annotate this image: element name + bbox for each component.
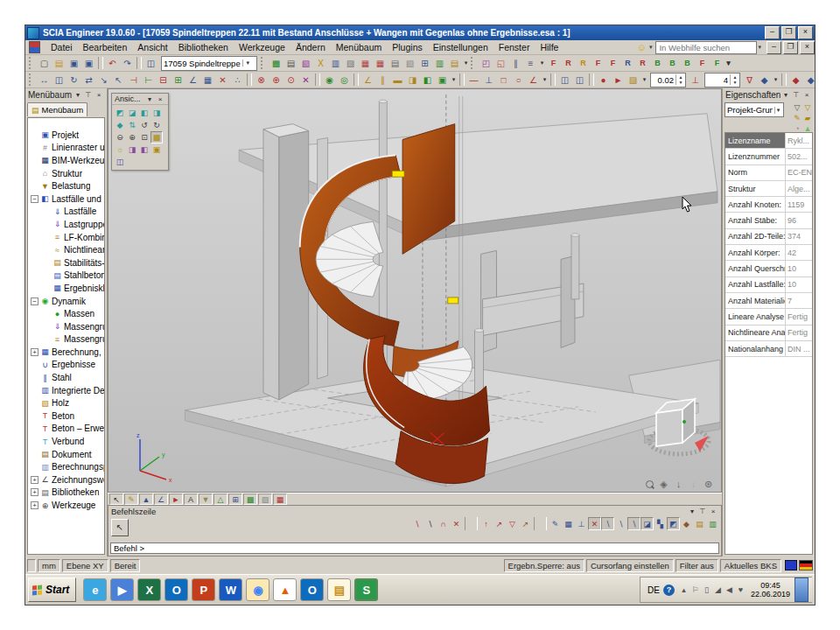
- tree-berechnungsprotokoll[interactable]: ▥ Berechnungsprotokoll: [28, 460, 104, 473]
- pin-icon[interactable]: ⊤: [697, 508, 708, 515]
- polyline-icon[interactable]: ⊥: [481, 73, 496, 87]
- new-beam-icon[interactable]: ∥: [375, 73, 390, 87]
- command-input[interactable]: [110, 542, 719, 554]
- clip-far-icon[interactable]: ◧: [138, 144, 150, 156]
- command-header[interactable]: Befehlszeile ▾ ⊤ ×: [108, 506, 721, 517]
- dynamic-input-icon[interactable]: ▥: [706, 517, 719, 530]
- explode-icon[interactable]: ✕: [215, 73, 230, 87]
- tree-lf-kombinationen[interactable]: ≡ LF-Kombinationen: [28, 231, 104, 244]
- osnap-mid-icon[interactable]: ∖: [614, 517, 627, 530]
- zoom-select-icon[interactable]: [641, 477, 656, 491]
- tree-ergebnisse[interactable]: ∪ Ergebnisse: [28, 359, 104, 372]
- axes-mode-icon[interactable]: ⊞: [228, 494, 242, 505]
- mdi-minimize-button[interactable]: –: [766, 41, 781, 54]
- join-icon[interactable]: ⊞: [171, 73, 186, 87]
- properties-selector[interactable]: Projekt-Grunddaten ▾: [724, 102, 784, 117]
- property-row[interactable]: Anzahl 2D-Teile: 374: [725, 229, 812, 245]
- osnap-node-icon[interactable]: ▚: [654, 517, 667, 530]
- fit-selection-icon[interactable]: ↓: [686, 477, 701, 491]
- flag-mode-icon[interactable]: ►: [169, 494, 183, 505]
- tree-belastung[interactable]: ▼ Belastung: [28, 179, 104, 192]
- divisions-spinner[interactable]: 4 ▲▼: [704, 73, 740, 88]
- fillet-icon[interactable]: ∠: [186, 73, 200, 87]
- sep[interactable]: [781, 74, 787, 86]
- shading-icon[interactable]: ▩: [150, 131, 163, 144]
- hinge-icon[interactable]: ⊙: [284, 73, 298, 87]
- tree-projekt[interactable]: ▣ Projekt: [28, 129, 104, 142]
- chevron-down-icon[interactable]: ▾: [780, 91, 791, 99]
- bim-base-icon[interactable]: ▦: [358, 56, 373, 70]
- minimize-button[interactable]: –: [765, 26, 780, 39]
- snap-dot-icon[interactable]: ◆: [757, 73, 772, 87]
- break-icon[interactable]: ⊟: [156, 73, 171, 87]
- stretch-icon[interactable]: ↖: [111, 73, 126, 87]
- stamp-mode-icon[interactable]: ▼: [199, 494, 213, 505]
- help-tray-icon[interactable]: ?: [663, 584, 675, 596]
- new-plate-icon[interactable]: ▬: [390, 73, 405, 87]
- escape-cursor-button[interactable]: ↖: [111, 519, 129, 536]
- snap-point-icon[interactable]: ↗: [493, 517, 506, 530]
- new-shell-icon[interactable]: ◧: [420, 73, 435, 87]
- plot-mode-icon[interactable]: ∠: [154, 494, 168, 505]
- tree-holz[interactable]: ▧ Holz: [28, 396, 104, 410]
- pin-icon[interactable]: ⊤: [791, 91, 802, 99]
- rotate-icon[interactable]: ↻: [66, 73, 81, 87]
- property-row[interactable]: Lineare Analyse Fertig: [725, 309, 812, 325]
- media-player-icon[interactable]: ▶: [110, 578, 134, 601]
- print-preview-icon[interactable]: ▧: [402, 56, 417, 70]
- tree-stahl[interactable]: ∥ Stahl: [28, 371, 104, 384]
- osnap-off-icon[interactable]: ✕: [588, 517, 601, 530]
- osnap-nearest-icon[interactable]: ◩: [667, 517, 680, 530]
- clock[interactable]: 09:45 22.06.2019: [751, 581, 790, 598]
- status-bks[interactable]: Aktuelles BKS: [720, 559, 781, 572]
- tree-bibliotheken[interactable]: + ▤ Bibliotheken: [28, 486, 104, 500]
- signal-icon[interactable]: ◢: [712, 584, 724, 596]
- file-explorer-icon[interactable]: ▤: [327, 578, 351, 601]
- mirror-icon[interactable]: ⇄: [81, 73, 96, 87]
- view-z-icon[interactable]: ◧: [138, 107, 150, 119]
- copy-icon[interactable]: ◫: [52, 73, 66, 87]
- print-icon[interactable]: ▤: [284, 56, 298, 70]
- sep[interactable]: [465, 517, 478, 530]
- activity-icon[interactable]: ◱: [494, 56, 508, 70]
- chrome-icon[interactable]: ◉: [246, 578, 270, 601]
- section-box-icon[interactable]: ▣: [150, 144, 163, 156]
- start-button[interactable]: Start: [28, 578, 76, 602]
- vlc-icon[interactable]: ▲: [273, 578, 297, 601]
- bim-compare-icon[interactable]: ▦: [373, 56, 388, 70]
- project-selector[interactable]: 17059 Spindeltreppe ▾: [161, 56, 257, 71]
- clip-near-icon[interactable]: ◨: [126, 144, 138, 156]
- view-axo-icon[interactable]: ◨: [150, 107, 163, 119]
- rotate-ccw-icon[interactable]: ↺: [138, 119, 150, 131]
- zoom-window-icon[interactable]: ⊡: [138, 131, 150, 144]
- point-icon[interactable]: ●: [596, 73, 611, 87]
- menu-datei[interactable]: Datei: [46, 41, 78, 53]
- view-y-icon[interactable]: ◪: [126, 107, 138, 119]
- grid-step-spinner[interactable]: 0.02 ▲▼: [650, 73, 686, 88]
- tree-lastfaelle-lf-kombinationen[interactable]: − ◧ Lastfälle und LF-Kombin: [28, 192, 104, 206]
- chevron-down-icon[interactable]: ▾: [73, 91, 83, 99]
- toolbar-grip[interactable]: [261, 57, 266, 69]
- menu-bearbeiten[interactable]: Bearbeiten: [78, 41, 133, 53]
- tracking-icon[interactable]: ▤: [693, 517, 706, 530]
- load-display-icon-11[interactable]: F: [695, 56, 710, 70]
- grid-mode-icon[interactable]: ▦: [273, 494, 287, 505]
- caret[interactable]: ▾: [450, 73, 458, 87]
- new-view-window-icon[interactable]: ◫: [557, 73, 572, 87]
- abc-check-icon[interactable]: A: [184, 494, 198, 505]
- help-smiley-icon[interactable]: ☺: [637, 42, 647, 52]
- load-display-icon-2[interactable]: R: [561, 56, 576, 70]
- menu-werkzeuge[interactable]: Werkzeuge: [234, 41, 290, 53]
- project-data-icon[interactable]: ▩: [269, 56, 284, 70]
- navigation-cube[interactable]: [642, 385, 716, 476]
- caret[interactable]: ▾: [538, 56, 546, 70]
- new-document-icon[interactable]: ▢: [37, 56, 52, 70]
- property-row[interactable]: Nationalanhang DIN ...: [725, 341, 812, 357]
- tree-stahlbeton-lfk[interactable]: ▤ Stahlbeton-LFK: [28, 270, 104, 283]
- property-row[interactable]: Anzahl Querschnitte: 10: [725, 261, 812, 276]
- view-gear-icon[interactable]: ⊛: [701, 477, 716, 491]
- tree-linienraster[interactable]: # Linienraster und Gescho: [28, 142, 104, 155]
- tree-massengruppen-kombinationen[interactable]: ≡ Massengruppen-Kon: [28, 333, 104, 346]
- vector-icon[interactable]: ►: [611, 73, 626, 87]
- toolbar-grip[interactable]: [29, 74, 34, 86]
